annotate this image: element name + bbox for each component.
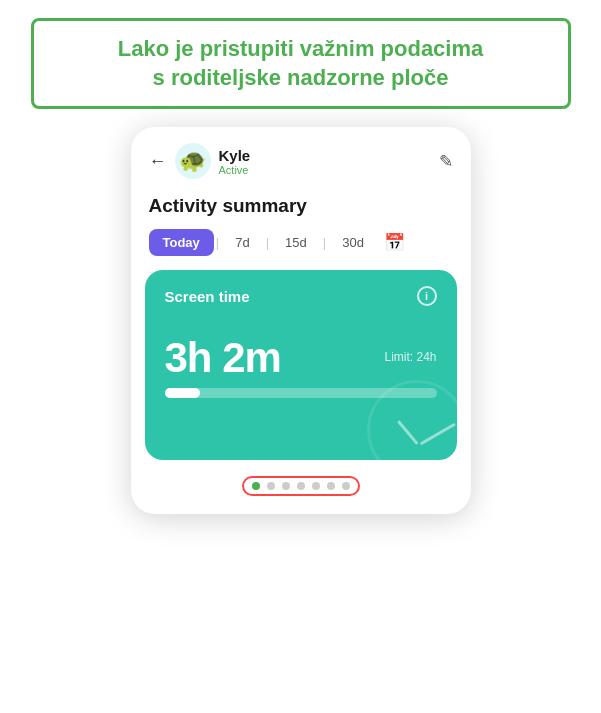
card-header: Screen time i: [165, 286, 437, 306]
back-button[interactable]: ←: [149, 151, 167, 172]
screen-time-card: Screen time i 3h 2m Limit: 24h: [145, 270, 457, 460]
dot-4[interactable]: [297, 482, 305, 490]
calendar-icon[interactable]: 📅: [384, 232, 405, 253]
tab-15d[interactable]: 15d: [271, 229, 321, 256]
dot-7[interactable]: [342, 482, 350, 490]
dot-1[interactable]: [252, 482, 260, 490]
dot-2[interactable]: [267, 482, 275, 490]
nav-left: ← 🐢 Kyle Active: [149, 143, 251, 179]
tab-today[interactable]: Today: [149, 229, 214, 256]
tab-divider-2: |: [264, 235, 271, 250]
progress-bar-fill: [165, 388, 200, 398]
user-info: Kyle Active: [219, 147, 251, 176]
limit-text: Limit: 24h: [384, 350, 436, 364]
header-banner: Lako je pristupiti važnim podacima s rod…: [31, 18, 571, 109]
tab-7d[interactable]: 7d: [221, 229, 263, 256]
phone-mockup: ← 🐢 Kyle Active ✎ Activity summary Today…: [131, 127, 471, 514]
top-nav: ← 🐢 Kyle Active ✎: [131, 127, 471, 187]
dot-5[interactable]: [312, 482, 320, 490]
banner-text: Lako je pristupiti važnim podacima s rod…: [54, 35, 548, 92]
card-title: Screen time: [165, 288, 250, 305]
time-tabs: Today | 7d | 15d | 30d 📅: [131, 229, 471, 270]
user-status: Active: [219, 164, 251, 176]
tab-divider-3: |: [321, 235, 328, 250]
tab-divider-1: |: [214, 235, 221, 250]
edit-button[interactable]: ✎: [439, 151, 453, 172]
avatar: 🐢: [175, 143, 211, 179]
section-title: Activity summary: [131, 187, 471, 229]
dot-6[interactable]: [327, 482, 335, 490]
tab-30d[interactable]: 30d: [328, 229, 378, 256]
info-icon[interactable]: i: [417, 286, 437, 306]
pagination-dots: [242, 476, 360, 496]
avatar-icon: 🐢: [179, 148, 206, 174]
user-name: Kyle: [219, 147, 251, 164]
dot-3[interactable]: [282, 482, 290, 490]
